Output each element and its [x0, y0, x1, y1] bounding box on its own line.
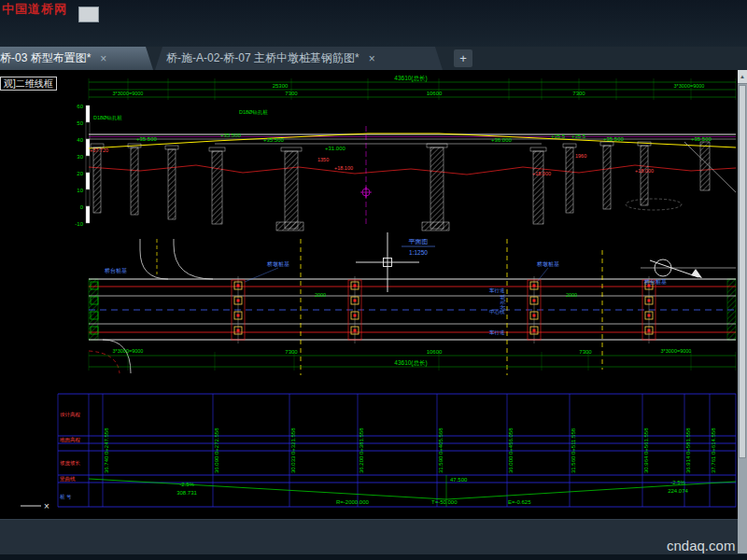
axis-label: 10 — [77, 188, 83, 193]
elevation-mark: +35.500 — [263, 137, 285, 143]
plan-label: 分孔线 — [500, 294, 506, 310]
status-bar: 模型 ▦ ▦▾ ∟ ◎▾ ╱▾ ∠ ▭▾ ▲ ▲ ◆ ● 1:1 — [0, 519, 747, 554]
table-station-columns: 36.740 0+247.558 36.090 0+272.558 30.033… — [104, 427, 716, 473]
grade-value: -2.5% — [670, 480, 685, 485]
plan-scale: 1:1250 — [409, 249, 428, 256]
grade-diagram: -2.5% 308.731 -2.5% 224.074 47.500 R=-20… — [89, 475, 736, 507]
abutment-hatch — [89, 279, 98, 340]
plan-title: 平面图 — [409, 238, 429, 245]
elevation-scale-bar: 60 50 40 30 20 10 0 -10 — [75, 104, 90, 227]
table-row-label: 设计高程 — [60, 412, 81, 418]
dim-text: 25300 — [273, 83, 289, 89]
station-value: 36.200 0+381.558 — [359, 427, 364, 473]
match-lines — [238, 239, 649, 375]
elevation-mark: +35.5 — [571, 133, 586, 139]
elevation-mark: +35.500 — [603, 136, 625, 142]
table-row-label: 桩 号 — [59, 494, 72, 499]
dim-text: 43610(总长) — [394, 75, 427, 82]
plan-label: 桥墩桩基 — [266, 260, 289, 268]
close-icon[interactable]: × — [369, 52, 375, 65]
grade-value: -2.5% — [179, 482, 194, 487]
dim-text: 43610(总长) — [394, 359, 427, 367]
file-tab-label: 桥-施-A-02-桥-07 主桥中墩桩基钢筋图* — [166, 50, 359, 66]
ucs-x-label: × — [44, 501, 49, 511]
station-value: 30.033 0+321.558 — [290, 427, 296, 473]
dim-text: 10600 — [427, 91, 443, 96]
dim-text: 3*3000=9000 — [674, 83, 705, 89]
axis-label: -10 — [75, 221, 83, 227]
file-tab-label: 桥-03 桥型布置图* — [0, 50, 91, 66]
grade-length: 224.074 — [668, 488, 688, 494]
plan-label: 中心线 — [489, 309, 505, 315]
abutment-hatch — [727, 279, 736, 340]
axis-label: 30 — [77, 154, 83, 160]
plan-label: 桥台桩基 — [643, 278, 667, 286]
table-row-label: 坡度坡长 — [60, 460, 81, 467]
profile-table: 设计高程 地面高程 坡度坡长 竖曲线 桩 号 36.740 0+247.558 … — [58, 394, 736, 507]
dim-text: 3*3000=9000 — [661, 348, 692, 354]
elevation-mark: +31.000 — [325, 146, 346, 151]
drawing[interactable]: 60 50 40 30 20 10 0 -10 43610(总长) 25300 … — [0, 70, 738, 519]
plan-label: 车行道 — [489, 287, 505, 294]
station-value: 36.000 0+456.058 — [508, 427, 514, 473]
pier-centerline-symbol — [360, 126, 372, 224]
scroll-up-arrow-icon[interactable]: ▲ — [738, 70, 747, 84]
file-tab-active[interactable]: 桥-03 桥型布置图* × — [0, 47, 153, 70]
drawing-canvas[interactable]: 60 50 40 30 20 10 0 -10 43610(总长) 25300 … — [0, 70, 738, 519]
road-edges — [89, 279, 736, 340]
elevation-mark-red: +18.000 — [532, 171, 551, 176]
plan-annotations: 桥台桩基 桥墩桩基 桥墩桩基 桥台桩基 分孔线 车行道 中心线 车行道 平面图 … — [104, 238, 667, 336]
dim-text: 7300 — [579, 349, 592, 355]
dim-text: 3*3000=9000 — [113, 348, 144, 354]
elevation-mark: +35.500 — [691, 136, 712, 142]
station-value: 31.560 0+511.558 — [571, 427, 576, 473]
station-value: 36.740 0+247.558 — [104, 427, 109, 473]
axis-label: 50 — [77, 120, 83, 126]
side-road-intersection — [89, 239, 213, 373]
dim-text: 10600 — [427, 349, 443, 355]
pile-label: D18Ø钻孔桩 — [239, 109, 268, 116]
station-value: 37.761 0+614.558 — [711, 427, 716, 473]
station-value: 36.914 0+581.558 — [685, 427, 691, 473]
dim-text: 2000 — [315, 292, 326, 298]
bridge-piers — [91, 142, 736, 231]
title-bar — [0, 0, 747, 47]
elevation-mark-red: 1350 — [317, 157, 329, 162]
station-value: 30.964 0+561.558 — [643, 427, 649, 473]
table-row-label: 竖曲线 — [60, 476, 76, 483]
cad-window: 中国道桥网 桥-03 桥型布置图* × 桥-施-A-02-桥-07 主桥中墩桩基… — [0, 0, 747, 560]
north-arrow-icon — [641, 259, 736, 278]
elevation-mark-red: +18.100 — [334, 165, 353, 171]
elevation-mark-red: +18.000 — [635, 168, 654, 174]
ucs-icon: × — [21, 501, 49, 511]
viewport-controls[interactable]: 观]二维线框 — [0, 77, 57, 91]
station-value: 31.590 0+405.568 — [438, 427, 444, 473]
elevation-mark: +35.500 — [136, 136, 158, 142]
station-value: 36.090 0+272.558 — [214, 427, 219, 473]
dim-text: 7300 — [285, 91, 298, 96]
dim-text: 7300 — [285, 349, 298, 355]
axis-label: 20 — [77, 171, 83, 176]
site-watermark-bottom: cndaq.com — [667, 538, 735, 553]
vc-point: 47.500 — [450, 477, 468, 483]
dim-text: 3*3000=9000 — [113, 91, 144, 96]
elevation-mark: +35.500 — [220, 133, 242, 138]
plan-label: 桥墩桩基 — [536, 260, 559, 268]
file-tab-inactive[interactable]: 桥-施-A-02-桥-07 主桥中墩桩基钢筋图* × — [155, 47, 443, 70]
plan-dimensions: 7300 10600 7300 3*3000=9000 3*3000=9000 … — [89, 292, 736, 371]
pile-label: D18Ø钻孔桩 — [93, 115, 122, 121]
site-watermark-top: 中国道桥网 — [2, 1, 67, 18]
grade-length: 308.731 — [176, 490, 197, 496]
table-row-label: 地面高程 — [59, 437, 81, 443]
new-tab-button[interactable]: + — [454, 49, 472, 67]
plan-view: 桥台桩基 桥墩桩基 桥墩桩基 桥台桩基 分孔线 车行道 中心线 车行道 平面图 … — [89, 238, 736, 375]
plan-label: 桥台桩基 — [104, 267, 127, 274]
axis-label: 40 — [77, 137, 83, 143]
elevation-mark: +36.000 — [491, 137, 513, 143]
scrollbar-thumb[interactable] — [739, 85, 746, 458]
vc-radius: R=-2000.000 — [336, 499, 370, 505]
dim-text: 2000 — [566, 292, 577, 298]
vertical-scrollbar[interactable]: ▲ — [738, 70, 747, 553]
quick-access-toolbar[interactable] — [78, 7, 99, 22]
close-icon[interactable]: × — [100, 52, 106, 65]
